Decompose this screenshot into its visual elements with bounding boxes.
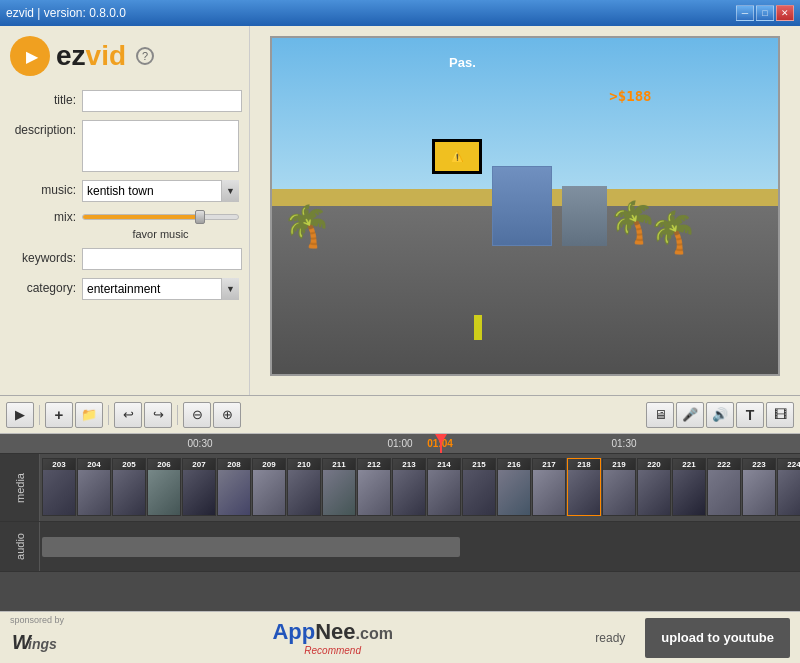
media-label-text: media (14, 473, 26, 503)
list-item: 216 (497, 458, 531, 516)
list-item: 214 (427, 458, 461, 516)
timeline-outer: 00:30 01:00 01:04 01:30 media (0, 434, 800, 611)
list-item: 215 (462, 458, 496, 516)
svg-text:ings: ings (28, 636, 57, 652)
palm-tree-2 (608, 199, 658, 246)
category-label: category: (10, 278, 82, 295)
appnee-logo: AppNee.com Recommend (272, 619, 392, 656)
title-input[interactable] (82, 90, 242, 112)
redo-button[interactable]: ↪ (144, 402, 172, 428)
list-item: 208 (217, 458, 251, 516)
appnee-recommend: Recommend (272, 645, 392, 656)
help-icon[interactable]: ? (136, 47, 154, 65)
text-button[interactable]: T (736, 402, 764, 428)
list-item: 218 (567, 458, 601, 516)
undo-button[interactable]: ↩ (114, 402, 142, 428)
window-controls: ─ □ ✕ (736, 5, 794, 21)
media-track-content[interactable]: 203 204 205 206 207 208 209 210 211 212 (40, 454, 800, 521)
upload-youtube-button[interactable]: upload to youtube (645, 618, 790, 658)
list-item: 224 (777, 458, 800, 516)
keywords-row: keywords: (10, 248, 239, 270)
building-1 (492, 166, 552, 246)
keywords-label: keywords: (10, 248, 82, 265)
description-label: description: (10, 120, 82, 137)
audio-bar (42, 537, 460, 557)
ruler-marker-030: 00:30 (187, 438, 212, 449)
video-preview: >$188 Pas. ⚠️ (270, 36, 780, 376)
logo-text: ezvid (56, 40, 126, 72)
mix-label: mix: (10, 210, 82, 224)
sponsor-area: sponsored by W ings (10, 615, 70, 660)
maximize-button[interactable]: □ (756, 5, 774, 21)
scene-score: >$188 (609, 88, 651, 104)
music-label: music: (10, 180, 82, 197)
logo-ez: ez (56, 40, 86, 71)
mix-slider[interactable] (82, 210, 239, 224)
music-select-wrapper: kentish town none upbeat ▼ (82, 180, 239, 202)
music-select[interactable]: kentish town none upbeat (82, 180, 239, 202)
list-item: 209 (252, 458, 286, 516)
play-button[interactable]: ▶ (6, 402, 34, 428)
list-item: 222 (707, 458, 741, 516)
top-section: ezvid ? title: description: music: kenti… (0, 26, 800, 396)
thumbnails-strip: 203 204 205 206 207 208 209 210 211 212 (40, 458, 800, 518)
mic-button[interactable]: 🎤 (676, 402, 704, 428)
list-item: 217 (532, 458, 566, 516)
close-button[interactable]: ✕ (776, 5, 794, 21)
audio-track-content[interactable] (40, 522, 800, 571)
category-select[interactable]: entertainment gaming music (82, 278, 239, 300)
title-bar: ezvid | version: 0.8.0.0 ─ □ ✕ (0, 0, 800, 26)
logo-area: ezvid ? (10, 36, 239, 76)
toolbar-sep-1 (39, 405, 40, 425)
status-text: ready (595, 631, 625, 645)
category-row: category: entertainment gaming music ▼ (10, 278, 239, 300)
media-track-row: media 203 204 205 206 207 208 209 (0, 454, 800, 522)
description-input[interactable] (82, 120, 239, 172)
timeline-content: 00:30 01:00 01:04 01:30 media (0, 434, 800, 611)
slider-thumb[interactable] (195, 210, 205, 224)
audio-label-text: audio (14, 533, 26, 560)
keywords-input[interactable] (82, 248, 242, 270)
music-row: music: kentish town none upbeat ▼ (10, 180, 239, 202)
title-label: title: (10, 90, 82, 107)
ruler-marker-100: 01:00 (387, 438, 412, 449)
road-marking (474, 315, 482, 340)
bottom-right: ready upload to youtube (595, 618, 790, 658)
category-select-wrapper: entertainment gaming music ▼ (82, 278, 239, 300)
zoom-in-button[interactable]: ⊕ (213, 402, 241, 428)
appnee-text: AppNee.com (272, 619, 392, 645)
left-panel: ezvid ? title: description: music: kenti… (0, 26, 250, 395)
monitor-button[interactable]: 🖥 (646, 402, 674, 428)
toolbar-sep-3 (177, 405, 178, 425)
list-item: 221 (672, 458, 706, 516)
track-area: media 203 204 205 206 207 208 209 (0, 454, 800, 611)
list-item: 206 (147, 458, 181, 516)
timeline-section: ▶ + 📁 ↩ ↪ ⊖ ⊕ 🖥 🎤 🔊 T 🎞 00 (0, 396, 800, 611)
list-item: 212 (357, 458, 391, 516)
mix-row: mix: (10, 210, 239, 224)
logo-vid: vid (86, 40, 126, 71)
list-item: 213 (392, 458, 426, 516)
scene-pass: Pas. (449, 55, 476, 70)
slider-track (82, 214, 239, 220)
sponsor-text: sponsored by W ings (10, 615, 70, 660)
com-text: .com (356, 625, 393, 642)
palm-tree-3 (282, 203, 332, 250)
preview-panel: >$188 Pas. ⚠️ (250, 26, 800, 395)
film-button[interactable]: 🎞 (766, 402, 794, 428)
audio-track-label: audio (0, 522, 40, 571)
list-item: 211 (322, 458, 356, 516)
zoom-out-button[interactable]: ⊖ (183, 402, 211, 428)
list-item: 207 (182, 458, 216, 516)
list-item: 219 (602, 458, 636, 516)
open-folder-button[interactable]: 📁 (75, 402, 103, 428)
speaker-button[interactable]: 🔊 (706, 402, 734, 428)
nee-text: Nee (315, 619, 355, 644)
add-media-button[interactable]: + (45, 402, 73, 428)
minimize-button[interactable]: ─ (736, 5, 754, 21)
toolbar-sep-2 (108, 405, 109, 425)
list-item: 223 (742, 458, 776, 516)
main-window: ezvid ? title: description: music: kenti… (0, 26, 800, 663)
app-text: App (272, 619, 315, 644)
slider-fill (83, 215, 199, 219)
